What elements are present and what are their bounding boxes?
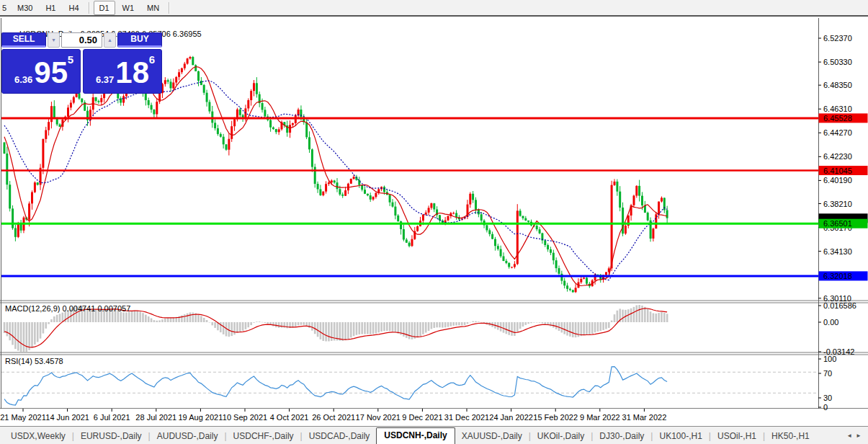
svg-text:26 Oct 2021: 26 Oct 2021 xyxy=(312,413,355,422)
svg-text:6.48350: 6.48350 xyxy=(823,81,852,89)
arrow-down-icon: ▼ xyxy=(51,37,56,43)
svg-text:10 Sep 2021: 10 Sep 2021 xyxy=(223,413,267,422)
chart-tab-usdchf-daily[interactable]: USDCHF-,Daily xyxy=(227,429,300,444)
chart-tab-audusd-daily[interactable]: AUDUSD-,Daily xyxy=(151,429,225,444)
price-badge-6.36501: 6.36501 xyxy=(819,219,868,228)
chart-tab-bar: USDX,Weekly|EURUSD-,Daily|AUDUSD-,Daily|… xyxy=(0,426,868,444)
svg-text:6.52370: 6.52370 xyxy=(823,34,852,43)
svg-text:6.40190: 6.40190 xyxy=(823,176,852,185)
svg-text:6.46310: 6.46310 xyxy=(823,105,852,113)
svg-text:31 Mar 2022: 31 Mar 2022 xyxy=(622,413,667,422)
chart-tab-dj30-daily[interactable]: DJ30-,Daily xyxy=(593,429,650,444)
timeframe-button-m30[interactable]: M30 xyxy=(12,1,38,15)
svg-text:6.50330: 6.50330 xyxy=(823,58,852,66)
svg-text:0.016586: 0.016586 xyxy=(823,301,856,310)
sell-price-pip: 5 xyxy=(68,53,73,66)
chart-tab-uk100-h1[interactable]: UK100-,H1 xyxy=(653,429,708,444)
svg-text:15 Feb 2022: 15 Feb 2022 xyxy=(533,413,578,422)
chart-tab-usdcad-daily[interactable]: USDCAD-,Daily xyxy=(303,429,377,444)
buy-price-pip: 6 xyxy=(149,53,155,66)
volume-input[interactable] xyxy=(61,32,102,48)
sell-price-big: 95 xyxy=(34,53,68,93)
svg-text:17 Nov 2021: 17 Nov 2021 xyxy=(356,413,401,422)
svg-text:6.45528: 6.45528 xyxy=(823,114,852,123)
svg-text:6.42230: 6.42230 xyxy=(823,152,852,161)
chart-tab-usdcnh-daily[interactable]: USDCNH-,Daily xyxy=(376,427,455,444)
tab-scroll-right-icon[interactable]: ► xyxy=(856,432,865,439)
tab-scroll-arrows: ◄► xyxy=(846,432,865,439)
tab-scroll-left-icon[interactable]: ◄ xyxy=(846,432,856,439)
timeframe-button-mn[interactable]: MN xyxy=(141,1,165,15)
sell-price-panel[interactable]: 6.36 95 5 xyxy=(1,49,81,94)
svg-text:28 Jul 2021: 28 Jul 2021 xyxy=(135,413,176,422)
chart-tab-usoil-h1[interactable]: USOil-,H1 xyxy=(711,429,763,444)
sell-price-prefix: 6.36 xyxy=(14,74,32,85)
buy-button[interactable]: BUY xyxy=(117,32,162,48)
timeframe-button-w1[interactable]: W1 xyxy=(117,1,140,15)
arrow-up-icon: ▲ xyxy=(107,37,112,43)
buy-price-big: 18 xyxy=(115,53,149,93)
svg-text:0.00: 0.00 xyxy=(823,318,838,327)
svg-text:0: 0 xyxy=(823,403,828,412)
buy-price-panel[interactable]: 6.37 18 6 xyxy=(83,49,162,94)
svg-text:6.44270: 6.44270 xyxy=(823,128,852,137)
svg-text:24 Jan 2022: 24 Jan 2022 xyxy=(489,413,533,422)
price-badge-6.45528: 6.45528 xyxy=(819,113,868,123)
svg-text:14 Jun 2021: 14 Jun 2021 xyxy=(45,413,89,422)
svg-text:9 Mar 2022: 9 Mar 2022 xyxy=(580,413,620,422)
timeframe-button-h4[interactable]: H4 xyxy=(63,1,84,15)
svg-text:6.34130: 6.34130 xyxy=(823,247,852,256)
timeframe-button-5[interactable]: 5 xyxy=(0,1,10,15)
one-click-trade-widget: SELL ▼ ▲ BUY 6.36 95 5 6.37 18 6 xyxy=(1,32,162,94)
svg-text:6.32018: 6.32018 xyxy=(823,272,852,280)
svg-text:6.41045: 6.41045 xyxy=(823,166,852,175)
macd-label: MACD(12,26,9) 0.004741 0.007057 xyxy=(5,304,130,313)
buy-price-prefix: 6.37 xyxy=(96,74,114,85)
chart-tab-hk50-h1[interactable]: HK50-,H1 xyxy=(765,429,816,444)
timeframe-toolbar: 5M30H1H4D1W1MN xyxy=(0,0,868,17)
chart-tab-xauusd-daily[interactable]: XAUUSD-,Daily xyxy=(455,429,529,444)
svg-text:4 Oct 2021: 4 Oct 2021 xyxy=(270,413,309,422)
svg-text:6.38210: 6.38210 xyxy=(823,200,852,208)
price-badge-6.41045: 6.41045 xyxy=(819,166,868,175)
toolbar-separator xyxy=(89,2,90,14)
toolbar-separator xyxy=(169,2,170,14)
svg-text:30: 30 xyxy=(823,394,832,402)
svg-text:21 May 2021: 21 May 2021 xyxy=(0,413,46,422)
chart-tab-usdx-weekly[interactable]: USDX,Weekly xyxy=(4,429,72,444)
rsi-label: RSI(14) 53.4578 xyxy=(5,357,63,365)
svg-text:19 Aug 2021: 19 Aug 2021 xyxy=(179,413,223,422)
chart-tab-eurusd-daily[interactable]: EURUSD-,Daily xyxy=(74,429,148,444)
timeframe-button-d1[interactable]: D1 xyxy=(94,1,115,15)
svg-text:6 Jul 2021: 6 Jul 2021 xyxy=(94,413,130,422)
volume-increase-button[interactable]: ▲ xyxy=(104,32,116,48)
chart-tab-ukoil-daily[interactable]: UKOil-,Daily xyxy=(531,429,591,444)
svg-text:31 Dec 2021: 31 Dec 2021 xyxy=(444,413,489,422)
timeframe-button-h1[interactable]: H1 xyxy=(40,1,61,15)
svg-text:6.36501: 6.36501 xyxy=(823,219,852,228)
price-badge-6.32018: 6.32018 xyxy=(819,271,868,280)
volume-decrease-button[interactable]: ▼ xyxy=(48,32,60,48)
svg-text:9 Dec 2021: 9 Dec 2021 xyxy=(402,413,442,422)
sell-button[interactable]: SELL xyxy=(1,32,46,48)
svg-text:70: 70 xyxy=(823,369,832,378)
svg-text:100: 100 xyxy=(823,355,836,363)
